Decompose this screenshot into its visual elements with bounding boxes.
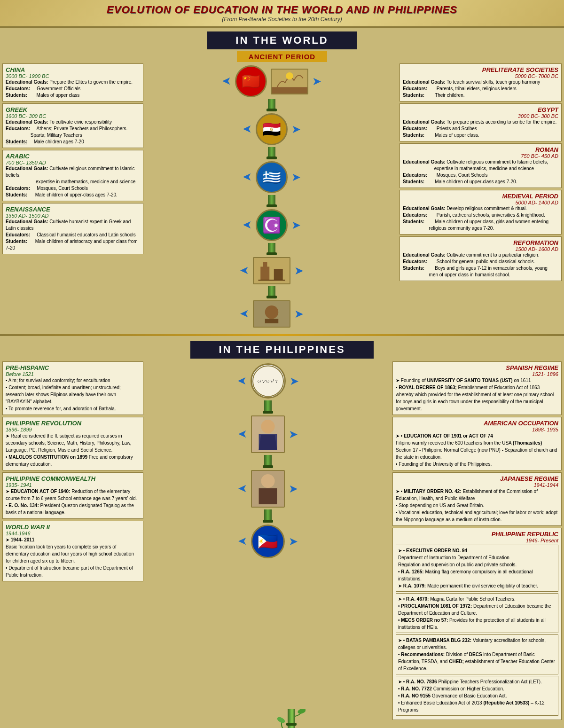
- arabic-entry: ARABIC 700 BC- 1350 AD Educational Goals…: [2, 150, 143, 201]
- renaissance-title: RENAISSANCE: [6, 206, 140, 213]
- china-title: CHINA: [6, 66, 140, 73]
- wwii-title: WORLD WAR II: [6, 524, 140, 531]
- japanese-content: ➤ • MILITARY ORDER NO. 42: Establishment…: [396, 488, 558, 523]
- china-flag: 🇨🇳: [235, 65, 267, 97]
- svg-rect-23: [288, 709, 295, 723]
- bamboo-joint-3: [266, 204, 277, 207]
- commonwealth-portrait: [251, 470, 285, 508]
- phil-center-row-1: ➤ ᜊᜌ᜔ᜊᜌᜒᜈ᜔ ➤: [237, 363, 299, 399]
- svg-rect-4: [260, 266, 269, 280]
- world-grid: CHINA 3000 BC- 1900 BC Educational Goals…: [0, 63, 564, 329]
- main-title: EVOLUTION OF EDUCATION IN THE WORLD AND …: [9, 4, 555, 16]
- bamboo-joint-2: [266, 157, 277, 159]
- greek-flag: 🇬🇷: [256, 161, 288, 193]
- phil-bamboo-joint-3: [263, 520, 273, 523]
- ancient-period-header: ANCIENT PERIOD: [0, 51, 564, 62]
- bamboo-seg-2: [268, 147, 275, 157]
- arabic-title: ARABIC: [6, 153, 140, 160]
- phil-arrow-left-1: ➤: [237, 375, 247, 388]
- arrow-right-6: ➤: [294, 307, 304, 321]
- bamboo-bottom-decoration: [277, 709, 306, 728]
- phil-bamboo-seg-3: [264, 509, 272, 520]
- wwii-content: ➤ 1944- 2011 Basic frication took ten ye…: [6, 536, 140, 579]
- world-banner: IN THE WORLD: [207, 31, 356, 49]
- phil-arrow-left-2: ➤: [238, 428, 247, 441]
- phil-banner: IN THE PHILIPPINES: [190, 341, 373, 359]
- bamboo-seg-5: [268, 286, 275, 296]
- china-entry: CHINA 3000 BC- 1900 BC Educational Goals…: [2, 63, 143, 102]
- preliterate-title: PRELITERATE SOCIETIES: [403, 66, 558, 73]
- phil-center-row-3: ➤ ➤: [238, 470, 298, 508]
- phil-revolution-title: PHILIPPINE REVOLUTION: [6, 420, 140, 427]
- republic-sub-4: ➤ • R.A. NO. 7836 Philippine Teachers Pr…: [396, 676, 558, 716]
- medieval-content: Educational Goals: Develop religious com…: [403, 205, 558, 232]
- bamboo-seg-1: [268, 99, 275, 109]
- medieval-title: MEDIEVAL PERIOD: [403, 193, 558, 200]
- spanish-date: 1521- 1896: [396, 371, 558, 377]
- reformation-title: REFORMATION: [403, 239, 558, 246]
- republic-sub-2: ➤ • R.A. 4670: Magna Carta for Public Sc…: [396, 593, 558, 633]
- pre-hispanic-content: • Aim; for survival and conformity; for …: [6, 377, 140, 412]
- ancient-period-label: ANCIENT PERIOD: [237, 51, 327, 62]
- center-column: ➤ 🇨🇳 ➤ ➤ 🇪🇬 ➤ ➤ 🇬🇷 ➤: [144, 63, 399, 329]
- arrow-left-6: ➤: [240, 307, 249, 321]
- spanish-regime-entry: SPANISH REGIME 1521- 1896 ➤ Founding of …: [392, 361, 562, 415]
- header: EVOLUTION OF EDUCATION IN THE WORLD AND …: [0, 0, 564, 28]
- republic-sub-1: ➤ • EXECUTIVE ORDER NO. 94 Department of…: [396, 545, 558, 592]
- phil-bamboo-joint-1: [263, 411, 273, 414]
- greek-content: Educational Goals: To cultivate civic re…: [6, 119, 140, 145]
- philippines-header: IN THE PHILIPPINES: [0, 341, 564, 359]
- phil-arrow-right-3: ➤: [289, 482, 298, 495]
- bamboo-seg-4: [268, 243, 275, 252]
- phil-bamboo-joint-2: [263, 465, 273, 468]
- svg-point-8: [265, 305, 278, 319]
- arrow-right-5: ➤: [294, 264, 304, 277]
- renaissance-image: [253, 257, 290, 284]
- greek-entry: GREEK 1600 BC- 300 BC Educational Goals:…: [2, 103, 143, 148]
- phil-revolution-content: ➤ Rizal considered the fl. subject as re…: [6, 432, 140, 468]
- svg-rect-24: [286, 723, 297, 726]
- phil-arrow-right-2: ➤: [289, 428, 298, 441]
- american-title: AMERICAN OCCUPATION: [396, 420, 558, 427]
- roman-date: 750 BC- 450 AD: [403, 153, 558, 159]
- medieval-date: 5000 AD- 1400 AD: [403, 200, 558, 205]
- arrow-right-2: ➤: [291, 123, 301, 136]
- svg-text:ᜊᜌ᜔ᜊᜌᜒᜈ᜔: ᜊᜌ᜔ᜊᜌᜒᜈ᜔: [258, 378, 279, 383]
- phil-commonwealth-content: ➤ EDUCATION ACT OF 1940: Reduction of th…: [6, 488, 140, 516]
- arrow-left-2: ➤: [243, 123, 252, 136]
- phil-bamboo-seg-2: [264, 455, 272, 465]
- roman-content: Educational Goals: Cultivate religious c…: [403, 159, 558, 185]
- reformation-image: [253, 300, 290, 328]
- bamboo-joint-5: [266, 296, 277, 298]
- arrow-right-1: ➤: [312, 75, 321, 88]
- american-occupation-entry: AMERICAN OCCUPATION 1898- 1935 ➤ • EDUCA…: [392, 417, 562, 470]
- phil-republic-entry: PHILIPPINE REPUBLIC 1946- Present ➤ • EX…: [392, 528, 562, 720]
- japanese-date: 1941-1944: [396, 482, 558, 488]
- left-column: CHINA 3000 BC- 1900 BC Educational Goals…: [2, 63, 143, 256]
- world-section-header: IN THE WORLD: [0, 31, 564, 49]
- subtitle: (From Pre-literate Societies to the 20th…: [9, 16, 555, 23]
- china-date: 3000 BC- 1900 BC: [6, 73, 140, 79]
- renaissance-entry: RENAISSANCE 1350 AD- 1500 AD Educational…: [2, 203, 143, 254]
- arrow-right-4: ➤: [291, 219, 301, 232]
- pre-hispanic-title: PRE-HISPANIC: [6, 364, 140, 371]
- preliterate-date: 5000 BC- 7000 BC: [403, 73, 558, 79]
- phil-bamboo-seg-1: [264, 400, 272, 411]
- arrow-right-3: ➤: [291, 171, 301, 184]
- phil-republic-date: 1946- Present: [396, 538, 558, 543]
- svg-point-30: [297, 709, 306, 715]
- american-content: ➤ • EDUCATION ACT OF 1901 or ACT OF 74 F…: [396, 432, 558, 468]
- arrow-left-5: ➤: [240, 264, 249, 277]
- pre-hispanic-date: Before 1521: [6, 371, 140, 377]
- china-content: Educational Goals: Prepare the Elites to…: [6, 79, 140, 99]
- phil-commonwealth-entry: PHILIPPINE COMMONWEALTH 1935- 1941 ➤ EDU…: [2, 472, 143, 519]
- medieval-entry: MEDIEVAL PERIOD 5000 AD- 1400 AD Educati…: [400, 190, 562, 235]
- svg-point-1: [286, 72, 293, 79]
- rizal-portrait: [251, 415, 285, 453]
- renaissance-content: Educational Goals: Cultivate humanist ex…: [6, 219, 140, 251]
- section-divider: [0, 334, 564, 336]
- egypt-content: Educational Goals: To prepare priests ac…: [403, 119, 558, 139]
- center-row-3: ➤ 🇬🇷 ➤: [243, 161, 301, 193]
- greek-date: 1600 BC- 300 BC: [6, 113, 140, 119]
- svg-rect-6: [274, 269, 282, 280]
